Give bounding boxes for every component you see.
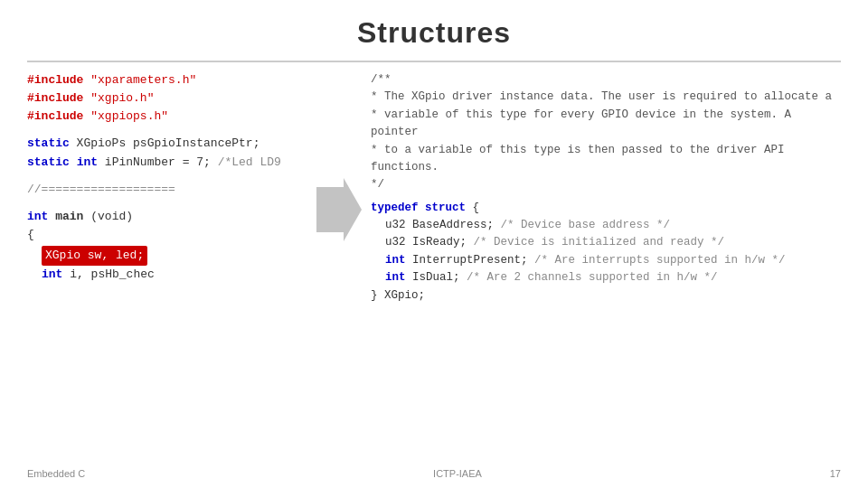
left-code-panel: #include "xparameters.h" #include "xgpio… [27, 71, 316, 305]
field-interrupt-present: int InterruptPresent; /* Are interrupts … [385, 252, 841, 269]
highlighted-code: XGpio sw, led; [42, 246, 147, 266]
typedef-open: typedef struct { [371, 200, 841, 217]
title-area: Structures [0, 0, 868, 55]
comment-line-4: * to a variable of this type is then pas… [371, 142, 841, 177]
static-line-2: static int iPinNumber = 7; /*Led LD9 [27, 154, 316, 172]
last-visible-line: int i, psHb_chec [42, 266, 316, 284]
highlight-line-wrapper: XGpio sw, led; [42, 246, 316, 266]
slide-container: Structures #include "xparameters.h" #inc… [0, 0, 868, 488]
include-line-3: #include "xgpiops.h" [27, 108, 316, 126]
main-block: int main (void) { XGpio sw, led; int i, … [27, 208, 316, 285]
footer-right: 17 [830, 468, 841, 479]
typedef-close: } XGpio; [371, 287, 841, 305]
comment-line-2: * The XGpio driver instance data. The us… [371, 89, 841, 106]
comment-line-3: * variable of this type for every GPIO d… [371, 107, 841, 142]
footer: Embedded C ICTP-IAEA 17 [0, 468, 868, 479]
comment-line-1: /** [371, 71, 841, 89]
page-title: Structures [0, 16, 868, 50]
static-block: static XGpioPs psGpioInstancePtr; static… [27, 135, 316, 171]
footer-center: ICTP-IAEA [433, 468, 482, 479]
footer-left: Embedded C [27, 468, 85, 479]
field-is-dual: int IsDual; /* Are 2 channels supported … [385, 269, 841, 286]
content-area: #include "xparameters.h" #include "xgpio… [0, 62, 868, 305]
arrow-icon [316, 178, 362, 241]
separator-line: //=================== [27, 181, 316, 199]
include-line-1: #include "xparameters.h" [27, 71, 316, 89]
field-is-ready: u32 IsReady; /* Device is initialized an… [385, 234, 841, 251]
main-signature: int main (void) [27, 208, 316, 226]
typedef-block: typedef struct { u32 BaseAddress; /* Dev… [371, 200, 841, 305]
static-line-1: static XGpioPs psGpioInstancePtr; [27, 135, 316, 153]
field-base-address: u32 BaseAddress; /* Device base address … [385, 217, 841, 234]
right-code-panel: /** * The XGpio driver instance data. Th… [362, 71, 841, 305]
arrow-area [316, 71, 362, 305]
comment-line-5: */ [371, 176, 841, 193]
includes-block: #include "xparameters.h" #include "xgpio… [27, 71, 316, 126]
comment-block: /** * The XGpio driver instance data. Th… [371, 71, 841, 194]
svg-marker-0 [316, 178, 362, 241]
brace-open: { [27, 226, 316, 244]
include-line-2: #include "xgpio.h" [27, 89, 316, 108]
